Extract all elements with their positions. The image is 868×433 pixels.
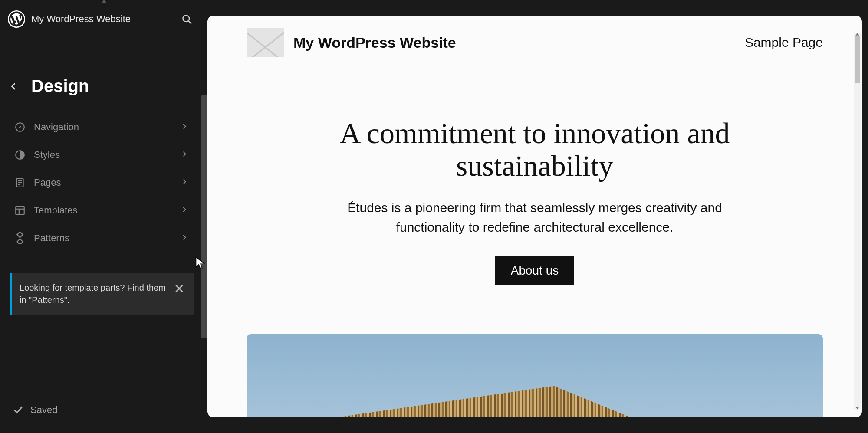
layout-icon bbox=[14, 204, 26, 216]
sidebar-item-styles[interactable]: Styles bbox=[9, 141, 194, 169]
preview-area: My WordPress Website Sample Page A commi… bbox=[203, 0, 868, 433]
design-nav: Navigation Styles Pages bbox=[0, 113, 203, 252]
scrollbar-thumb[interactable] bbox=[855, 36, 860, 83]
search-icon bbox=[181, 13, 193, 25]
wordpress-logo[interactable] bbox=[8, 10, 25, 28]
scroll-down-icon bbox=[855, 406, 860, 410]
svg-line-3 bbox=[188, 21, 191, 23]
notice-text: Looking for template parts? Find them in… bbox=[20, 282, 167, 306]
wordpress-icon bbox=[8, 11, 25, 27]
sidebar-item-patterns[interactable]: Patterns bbox=[9, 224, 194, 252]
chevron-right-icon bbox=[181, 179, 189, 187]
roof-illustration bbox=[247, 386, 823, 417]
site-logo-placeholder[interactable] bbox=[247, 28, 284, 57]
back-button[interactable] bbox=[7, 79, 21, 93]
chevron-left-icon bbox=[10, 82, 18, 90]
page-header: My WordPress Website Sample Page bbox=[207, 16, 862, 69]
svg-marker-5 bbox=[19, 126, 22, 129]
page-site-title[interactable]: My WordPress Website bbox=[293, 34, 456, 51]
nav-label: Patterns bbox=[34, 233, 174, 244]
notice-close-button[interactable] bbox=[173, 282, 186, 295]
preview-scrollbar[interactable] bbox=[854, 33, 861, 409]
compass-icon bbox=[14, 121, 26, 133]
site-preview[interactable]: My WordPress Website Sample Page A commi… bbox=[207, 16, 862, 417]
nav-label: Styles bbox=[34, 149, 174, 161]
hero-image[interactable] bbox=[247, 334, 823, 417]
sidebar-item-templates[interactable]: Templates bbox=[9, 197, 194, 224]
chevron-right-icon bbox=[181, 234, 189, 242]
chevron-right-icon bbox=[181, 207, 189, 214]
nav-label: Templates bbox=[34, 205, 174, 216]
patterns-notice: Looking for template parts? Find them in… bbox=[10, 273, 194, 315]
about-us-button[interactable]: About us bbox=[495, 256, 575, 285]
hero-heading[interactable]: A commitment to innovation and sustainab… bbox=[260, 117, 810, 182]
svg-rect-15 bbox=[17, 239, 23, 244]
sidebar-item-navigation[interactable]: Navigation bbox=[9, 113, 194, 141]
patterns-icon bbox=[14, 232, 26, 244]
svg-marker-18 bbox=[855, 33, 859, 36]
saved-status: Saved bbox=[30, 404, 57, 416]
site-name[interactable]: My WordPress Website bbox=[31, 13, 131, 25]
hero-paragraph[interactable]: Études is a pioneering firm that seamles… bbox=[335, 198, 734, 237]
chevron-right-icon bbox=[181, 151, 189, 159]
chevron-right-icon bbox=[181, 123, 189, 131]
pages-icon bbox=[14, 177, 26, 189]
panel-title: Design bbox=[31, 76, 89, 96]
search-button[interactable] bbox=[178, 10, 195, 28]
panel-header: Design bbox=[0, 38, 203, 113]
sidebar: My WordPress Website Design Navigation bbox=[0, 0, 203, 433]
nav-label: Navigation bbox=[34, 121, 174, 133]
nav-link-sample-page[interactable]: Sample Page bbox=[745, 35, 823, 50]
close-icon bbox=[174, 283, 184, 294]
triangle-up-icon bbox=[102, 0, 107, 3]
svg-marker-0 bbox=[102, 0, 106, 3]
svg-marker-19 bbox=[855, 407, 859, 410]
hero-section: A commitment to innovation and sustainab… bbox=[207, 69, 862, 303]
sidebar-item-pages[interactable]: Pages bbox=[9, 169, 194, 197]
svg-rect-14 bbox=[17, 232, 23, 237]
nav-label: Pages bbox=[34, 177, 174, 188]
check-icon bbox=[13, 405, 23, 415]
contrast-icon bbox=[14, 149, 26, 161]
svg-rect-11 bbox=[16, 206, 24, 215]
sidebar-header: My WordPress Website bbox=[0, 0, 203, 38]
sidebar-footer: Saved bbox=[0, 393, 203, 433]
